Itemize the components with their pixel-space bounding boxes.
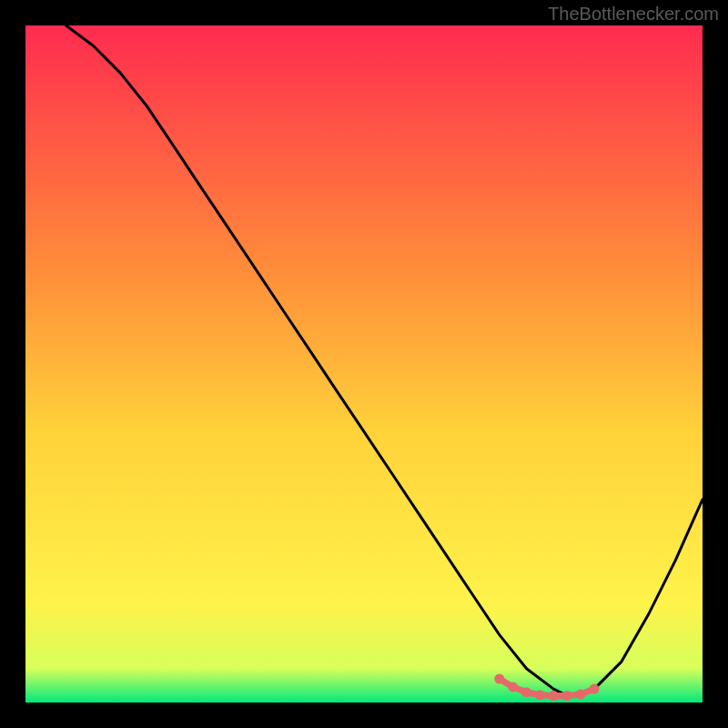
- optimal-point-marker: [549, 691, 559, 701]
- optimal-point-marker: [562, 691, 572, 701]
- gradient-background: [25, 25, 703, 703]
- chart-container: TheBottlenecker.com: [0, 0, 728, 728]
- optimal-point-marker: [576, 690, 586, 700]
- optimal-point-marker: [590, 684, 600, 694]
- watermark-text: TheBottlenecker.com: [548, 4, 719, 25]
- optimal-point-marker: [508, 682, 518, 692]
- optimal-point-marker: [521, 687, 531, 697]
- optimal-point-marker: [494, 674, 504, 684]
- chart-svg: [25, 25, 703, 703]
- optimal-point-marker: [535, 690, 545, 700]
- plot-area: [25, 25, 703, 703]
